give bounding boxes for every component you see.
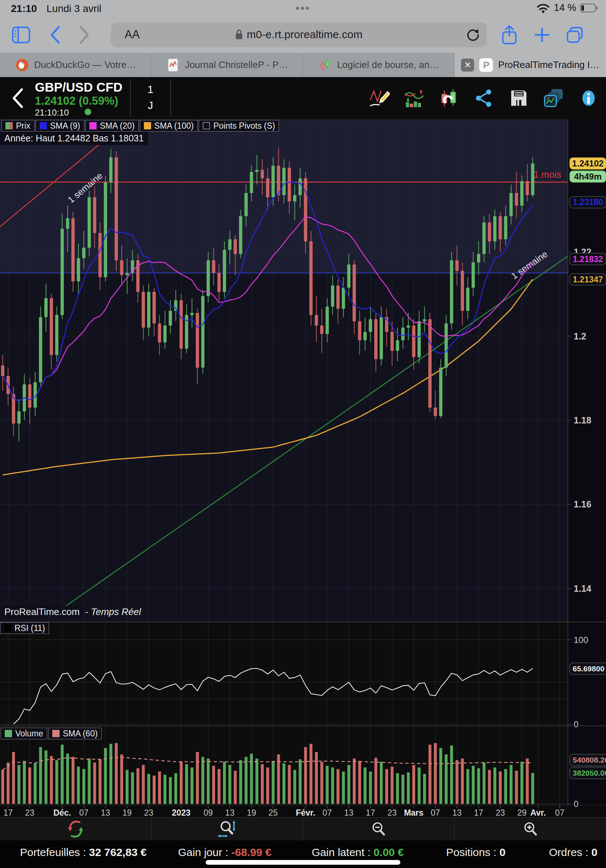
- timeframe-selector[interactable]: 1 J: [139, 81, 161, 113]
- legend-rsi[interactable]: RSI (11): [0, 622, 49, 634]
- tab-duckduckgo[interactable]: DuckDuckGo — Votre…: [0, 53, 152, 77]
- legend-points-pivots[interactable]: Points Pivots (S): [199, 120, 279, 132]
- info-button[interactable]: [571, 81, 606, 116]
- svg-text:0: 0: [574, 719, 578, 729]
- orders-label: Ordres :: [549, 846, 588, 858]
- svg-text:1.16: 1.16: [574, 499, 592, 509]
- legend-volume-sma[interactable]: SMA (60): [48, 728, 102, 739]
- reload-button[interactable]: [465, 27, 481, 44]
- svg-text:19: 19: [247, 808, 256, 817]
- prorealtime-favicon: P: [479, 58, 493, 72]
- svg-text:1.14: 1.14: [574, 583, 592, 594]
- zoom-in-icon: [521, 820, 540, 838]
- new-tab-button[interactable]: [531, 24, 553, 46]
- indicators-button[interactable]: [397, 81, 431, 116]
- share-button[interactable]: [498, 24, 520, 46]
- share-nodes-icon: [473, 88, 495, 108]
- pivots-swatch: [203, 122, 210, 129]
- share-chart-button[interactable]: [467, 81, 501, 116]
- zoom-fit-icon: [217, 819, 237, 839]
- svg-text:Févr.: Févr.: [296, 808, 315, 817]
- svg-text:13: 13: [452, 808, 462, 817]
- close-tab-icon[interactable]: ✕: [461, 59, 474, 71]
- legend-volume[interactable]: Volume: [1, 728, 47, 739]
- forward-button[interactable]: [73, 24, 95, 46]
- instrument-name: GBP/USD CFD: [35, 80, 122, 95]
- zoom-out-button[interactable]: [303, 817, 454, 841]
- realtime-dot: [84, 108, 91, 116]
- zoom-in-button[interactable]: [454, 817, 606, 841]
- save-button[interactable]: [501, 81, 536, 116]
- chart-settings-button[interactable]: [431, 81, 467, 116]
- sma20-value-badge: 1.21832: [573, 254, 603, 264]
- candles-favicon: [318, 58, 332, 72]
- drawing-tools-button[interactable]: [362, 81, 397, 116]
- account-status-bar: Portefeuilles : 32 762,83 € Gain jour : …: [0, 840, 606, 868]
- ios-status-bar: 21:10 Lundi 3 avril ••• 14 %: [0, 0, 606, 17]
- svg-text:13: 13: [100, 808, 110, 817]
- gain-day-value: -68.99 €: [232, 846, 271, 858]
- duckduckgo-favicon: [15, 58, 29, 72]
- tab-bar: DuckDuckGo — Votre… Journal ChristelleP …: [0, 53, 606, 77]
- tabs-overview-button[interactable]: [564, 24, 586, 46]
- home-indicator[interactable]: [206, 860, 400, 865]
- divider: [130, 79, 131, 117]
- svg-text:07: 07: [555, 808, 564, 817]
- legend-sma20[interactable]: SMA (20): [85, 120, 139, 132]
- gain-day-label: Gain jour :: [178, 846, 228, 858]
- legend-label: SMA (9): [50, 121, 80, 131]
- svg-text:13: 13: [344, 808, 354, 817]
- drawing-tools-icon: [369, 88, 390, 108]
- windows-button[interactable]: [536, 81, 571, 116]
- rsi-legend: RSI (11): [0, 622, 49, 634]
- svg-text:100: 100: [574, 635, 588, 645]
- legend-label: SMA (100): [155, 121, 194, 131]
- chevron-left-icon: [10, 87, 25, 109]
- tab-title: Journal ChristelleP - P…: [185, 59, 288, 71]
- journal-favicon: [166, 58, 180, 72]
- safari-toolbar: AA m0-e.rt.prorealtime.com: [0, 17, 606, 53]
- svg-text:Avr.: Avr.: [530, 808, 546, 817]
- tab-title: ProRealTimeTrading I…: [498, 59, 599, 71]
- tab-prorealtime-active[interactable]: ✕ P ProRealTimeTrading I…: [454, 53, 606, 77]
- sma100-swatch: [144, 122, 151, 129]
- current-price-badge: 1.24102: [572, 158, 604, 168]
- legend-label: Volume: [15, 729, 43, 739]
- back-button[interactable]: [44, 24, 66, 46]
- sma20-swatch: [90, 122, 97, 129]
- chart-settings-icon: [439, 88, 459, 108]
- tab-title: Logiciel de bourse, an…: [337, 59, 439, 71]
- positions-label: Positions :: [446, 846, 496, 858]
- tab-logiciel-bourse[interactable]: Logiciel de bourse, an…: [303, 53, 454, 77]
- tab-journal[interactable]: Journal ChristelleP - P…: [152, 53, 303, 77]
- sidebar-button[interactable]: [10, 24, 32, 46]
- legend-prix[interactable]: Prix: [2, 120, 34, 132]
- svg-text:23: 23: [496, 808, 505, 817]
- address-bar[interactable]: AA m0-e.rt.prorealtime.com: [111, 23, 487, 47]
- lock-icon: [235, 29, 243, 40]
- svg-text:07: 07: [79, 808, 89, 817]
- volume-last-badge: 382050.00: [573, 769, 606, 777]
- gain-latent-value: 0.00 €: [374, 846, 403, 858]
- candle-countdown-badge: 4h49m: [574, 172, 601, 181]
- indicators-icon: [403, 88, 425, 108]
- legend-label: SMA (60): [63, 729, 98, 739]
- legend-sma9[interactable]: SMA (9): [36, 120, 84, 132]
- svg-text:2023: 2023: [172, 808, 190, 817]
- year-high-low-label: Année: Haut 1.24482 Bas 1.18031: [0, 132, 148, 145]
- svg-text:23: 23: [25, 808, 34, 817]
- refresh-button[interactable]: [0, 817, 152, 841]
- legend-sma100[interactable]: SMA (100): [140, 120, 198, 132]
- chevron-back-icon: [49, 25, 62, 44]
- svg-text:Déc.: Déc.: [53, 808, 71, 817]
- multitask-dots-icon[interactable]: •••: [0, 2, 606, 14]
- zoom-fit-button[interactable]: [152, 817, 303, 841]
- svg-text:07: 07: [431, 808, 440, 817]
- battery-icon: [580, 3, 598, 14]
- trading-chart-canvas[interactable]: 1.221.21.181.161.141 semaine1 semaine1 m…: [0, 119, 606, 817]
- back-button-app[interactable]: [10, 87, 25, 110]
- rsi-swatch: [4, 625, 11, 632]
- timeframe-value: 1: [139, 81, 161, 98]
- save-icon: [508, 88, 529, 108]
- zoom-out-icon: [369, 820, 388, 838]
